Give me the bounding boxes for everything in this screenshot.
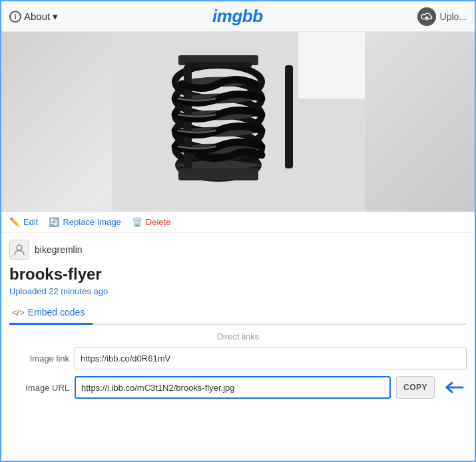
avatar bbox=[9, 240, 29, 260]
embed-section: Direct links Image link Image URL COPY bbox=[1, 325, 475, 399]
svg-rect-8 bbox=[185, 62, 252, 67]
svg-point-13 bbox=[17, 245, 22, 250]
upload-cloud-icon bbox=[417, 7, 436, 26]
edit-label: Edit bbox=[23, 217, 38, 227]
tab-embed-codes-label: Embed codes bbox=[28, 307, 85, 318]
username: bikegremlin bbox=[35, 244, 83, 255]
image-title: brooks-flyer bbox=[1, 262, 475, 285]
svg-rect-9 bbox=[178, 168, 258, 180]
tab-embed-codes[interactable]: </> Embed codes bbox=[9, 302, 93, 325]
action-bar: ✏️ Edit 🔄 Replace Image 🗑️ Delete bbox=[1, 212, 475, 233]
replace-icon: 🔄 bbox=[49, 217, 59, 227]
user-info: bikegremlin bbox=[1, 233, 475, 262]
upload-label: Uplo... bbox=[440, 11, 467, 22]
svg-rect-12 bbox=[298, 32, 365, 99]
about-menu[interactable]: i About ▾ bbox=[9, 11, 58, 23]
image-link-row: Image link bbox=[9, 347, 467, 369]
image-link-label: Image link bbox=[9, 353, 69, 363]
section-label: Direct links bbox=[9, 332, 467, 342]
image-url-label: Image URL bbox=[9, 383, 69, 393]
site-logo: imgbb bbox=[212, 6, 263, 27]
arrow-indicator bbox=[443, 379, 467, 395]
replace-image-button[interactable]: 🔄 Replace Image bbox=[49, 217, 120, 227]
upload-time: Uploaded 22 minutes ago bbox=[1, 285, 475, 302]
svg-rect-11 bbox=[285, 65, 293, 168]
replace-label: Replace Image bbox=[63, 217, 120, 227]
image-url-input[interactable] bbox=[75, 376, 391, 399]
image-placeholder bbox=[1, 32, 475, 212]
upload-button[interactable]: Uplo... bbox=[417, 7, 467, 26]
code-icon: </> bbox=[12, 308, 25, 318]
header: i About ▾ imgbb Uplo... bbox=[1, 1, 475, 32]
image-display bbox=[1, 32, 475, 212]
tabs-bar: </> Embed codes bbox=[9, 302, 467, 325]
image-url-row: Image URL COPY bbox=[9, 376, 467, 399]
edit-button[interactable]: ✏️ Edit bbox=[9, 217, 38, 227]
delete-label: Delete bbox=[146, 217, 171, 227]
copy-button[interactable]: COPY bbox=[396, 376, 435, 399]
delete-button[interactable]: 🗑️ Delete bbox=[132, 217, 171, 227]
about-label: About bbox=[24, 11, 50, 22]
delete-icon: 🗑️ bbox=[132, 217, 142, 227]
about-icon: i bbox=[9, 11, 21, 23]
about-dropdown-icon: ▾ bbox=[53, 11, 58, 23]
edit-icon: ✏️ bbox=[9, 217, 20, 227]
image-link-input[interactable] bbox=[75, 347, 467, 369]
